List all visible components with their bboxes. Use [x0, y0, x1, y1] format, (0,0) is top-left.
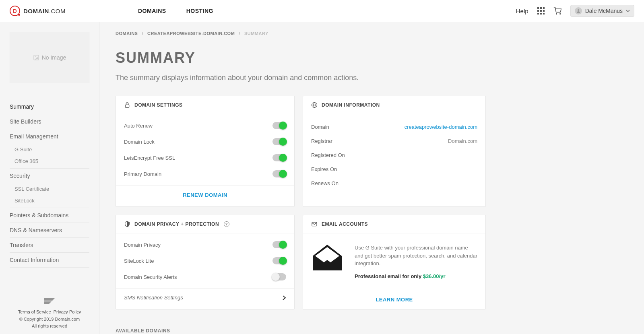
- setting-primary-domain: Primary Domain: [116, 166, 294, 182]
- setting-sitelock-lite: SiteLock Lite: [116, 253, 294, 269]
- setting-domain-lock: Domain Lock: [116, 134, 294, 150]
- svg-rect-0: [537, 7, 539, 9]
- nav-hosting[interactable]: HOSTING: [186, 8, 213, 14]
- footer-logo-icon: [44, 298, 55, 305]
- svg-rect-4: [540, 10, 542, 12]
- sidebar-item-gsuite[interactable]: G Suite: [10, 144, 89, 155]
- help-icon[interactable]: ?: [224, 221, 229, 227]
- card-header-domain-settings: DOMAIN SETTINGS: [116, 96, 294, 114]
- domain-link[interactable]: createaprowebsite-domain.com: [405, 124, 477, 130]
- svg-point-11: [578, 9, 579, 11]
- svg-point-13: [35, 56, 35, 57]
- brand-text: DOMAIN.COM: [23, 8, 66, 14]
- sidebar-item-ssl-certificate[interactable]: SSL Certificate: [10, 183, 89, 195]
- email-body-text: Use G Suite with your professional domai…: [355, 244, 477, 268]
- topbar-right: Help Dale McManus: [516, 5, 634, 17]
- svg-rect-2: [543, 7, 545, 9]
- privacy-card: DOMAIN PRIVACY + PROTECTION ? Domain Pri…: [116, 215, 295, 309]
- domain-info-card: DOMAIN INFORMATION Domain createaprowebs…: [303, 96, 486, 207]
- breadcrumb: DOMAINS / CREATEAPROWEBSITE-DOMAIN.COM /…: [116, 31, 628, 36]
- privacy-link[interactable]: Privacy Policy: [54, 309, 81, 314]
- setting-security-alerts: Domain Security Alerts: [116, 269, 294, 285]
- sidebar-item-office365[interactable]: Office 365: [10, 155, 89, 169]
- sidebar: No Image Summary Site Builders Email Man…: [0, 22, 99, 334]
- chevron-right-icon: [282, 295, 286, 301]
- svg-rect-6: [537, 13, 539, 14]
- domain-settings-card: DOMAIN SETTINGS Auto Renew Domain Lock L…: [116, 96, 295, 207]
- open-envelope-icon: [311, 244, 343, 272]
- sidebar-item-dns[interactable]: DNS & Nameservers: [10, 223, 89, 238]
- breadcrumb-sep: /: [239, 31, 240, 36]
- apps-grid-icon[interactable]: [537, 7, 545, 14]
- breadcrumb-domain-name[interactable]: CREATEAPROWEBSITE-DOMAIN.COM: [147, 31, 235, 36]
- renew-domain-button[interactable]: RENEW DOMAIN: [116, 185, 294, 204]
- sidebar-item-sitelock[interactable]: SiteLock: [10, 195, 89, 208]
- globe-icon: [311, 102, 318, 108]
- rights-text: All rights reserved: [10, 323, 89, 330]
- svg-rect-3: [537, 10, 539, 12]
- sidebar-item-security[interactable]: Security: [10, 169, 89, 183]
- toggle-sitelock-lite[interactable]: [272, 257, 286, 264]
- shield-icon: [124, 221, 130, 227]
- sidebar-footer: Terms of Service Privacy Policy © Copyri…: [10, 298, 89, 330]
- sidebar-item-contact[interactable]: Contact Information: [10, 253, 89, 268]
- toggle-domain-lock[interactable]: [272, 138, 286, 145]
- available-domains-label: AVAILABLE DOMAINS: [116, 328, 628, 334]
- cart-icon[interactable]: [553, 7, 561, 15]
- logo-icon: D: [10, 6, 20, 16]
- setting-auto-renew: Auto Renew: [116, 118, 294, 134]
- card-header-domain-info: DOMAIN INFORMATION: [303, 96, 485, 114]
- info-row-registered: Registered On: [303, 148, 485, 162]
- brand-logo[interactable]: D DOMAIN.COM: [10, 6, 66, 16]
- envelope-icon: [311, 221, 318, 227]
- chevron-down-icon: [626, 9, 630, 13]
- info-row-domain: Domain createaprowebsite-domain.com: [303, 120, 485, 134]
- topbar: D DOMAIN.COM DOMAINS HOSTING Help Dale M…: [0, 0, 644, 22]
- user-name: Dale McManus: [585, 8, 623, 14]
- svg-rect-1: [540, 7, 542, 9]
- sidebar-item-site-builders[interactable]: Site Builders: [10, 114, 89, 129]
- toggle-security-alerts[interactable]: [272, 273, 286, 280]
- breadcrumb-current: SUMMARY: [244, 31, 268, 36]
- breadcrumb-sep: /: [142, 31, 143, 36]
- nav-domains[interactable]: DOMAINS: [138, 8, 166, 14]
- toggle-primary-domain[interactable]: [272, 170, 286, 177]
- svg-rect-5: [543, 10, 545, 12]
- sidebar-item-pointers[interactable]: Pointers & Subdomains: [10, 208, 89, 223]
- setting-domain-privacy: Domain Privacy: [116, 237, 294, 253]
- svg-point-9: [556, 14, 557, 14]
- info-row-registrar: Registrar Domain.com: [303, 134, 485, 148]
- sms-notification-settings[interactable]: SMS Notification Settings: [116, 288, 294, 307]
- help-link[interactable]: Help: [516, 8, 528, 14]
- card-header-privacy: DOMAIN PRIVACY + PROTECTION ?: [116, 215, 294, 233]
- sidebar-item-email-management[interactable]: Email Management: [10, 129, 89, 144]
- svg-rect-8: [543, 13, 545, 14]
- tos-link[interactable]: Terms of Service: [18, 309, 51, 314]
- lock-icon: [124, 102, 130, 108]
- card-header-email: EMAIL ACCOUNTS: [303, 215, 485, 233]
- toggle-domain-privacy[interactable]: [272, 241, 286, 248]
- toggle-letsencrypt[interactable]: [272, 154, 286, 161]
- breadcrumb-domains[interactable]: DOMAINS: [116, 31, 138, 36]
- email-accounts-card: EMAIL ACCOUNTS Use G Suite with your pro…: [303, 215, 486, 309]
- user-menu[interactable]: Dale McManus: [570, 5, 634, 17]
- avatar-icon: [575, 7, 582, 14]
- sidebar-item-transfers[interactable]: Transfers: [10, 238, 89, 253]
- info-row-renews: Renews On: [303, 176, 485, 190]
- copyright-text: © Copyright 2019 Domain.com: [10, 316, 89, 323]
- image-icon: [33, 54, 39, 61]
- svg-rect-7: [540, 13, 542, 14]
- top-nav: DOMAINS HOSTING: [138, 8, 213, 14]
- info-row-expires: Expires On: [303, 162, 485, 176]
- page-subtitle: The summary displays information about y…: [116, 74, 628, 82]
- learn-more-button[interactable]: LEARN MORE: [303, 290, 485, 309]
- sidebar-item-summary[interactable]: Summary: [10, 99, 89, 114]
- svg-point-10: [559, 14, 560, 14]
- site-thumbnail-placeholder: No Image: [10, 32, 89, 83]
- svg-rect-14: [125, 105, 129, 107]
- toggle-auto-renew[interactable]: [272, 122, 286, 129]
- page-title: SUMMARY: [116, 49, 628, 66]
- main-content: DOMAINS / CREATEAPROWEBSITE-DOMAIN.COM /…: [99, 22, 644, 334]
- setting-letsencrypt: LetsEncrypt Free SSL: [116, 150, 294, 166]
- email-price-text: Professional email for only $36.00/yr: [355, 273, 477, 279]
